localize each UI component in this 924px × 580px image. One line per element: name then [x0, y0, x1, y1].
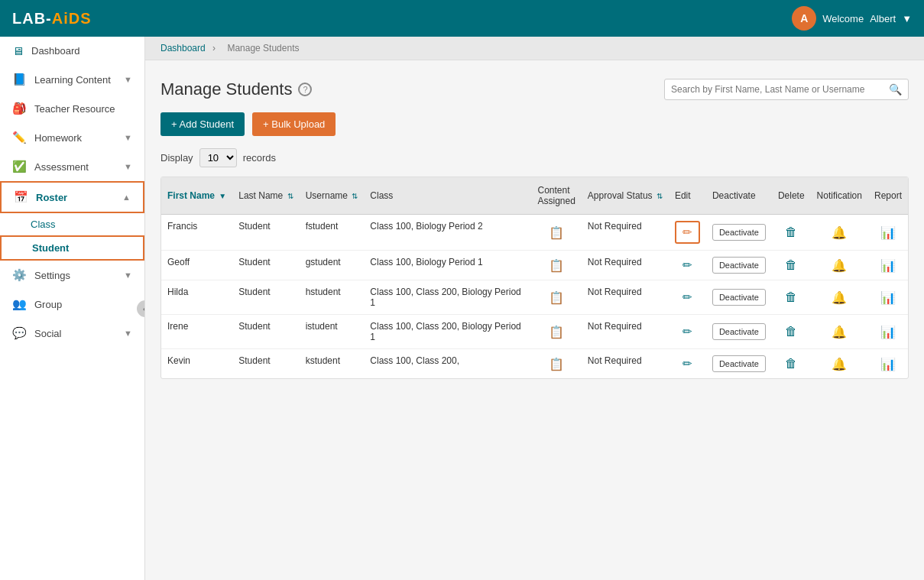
cell-delete: 🗑 [772, 215, 811, 251]
delete-icon[interactable]: 🗑 [785, 258, 797, 271]
cell-delete: 🗑 [772, 251, 811, 280]
cell-approval-status: Not Required [582, 215, 669, 251]
sidebar-label-group: Group [34, 299, 62, 310]
user-name: Albert [870, 13, 896, 24]
breadcrumb-dashboard[interactable]: Dashboard [160, 43, 206, 53]
sidebar-item-roster[interactable]: 📅 Roster ▲ [0, 181, 144, 213]
cell-first-name: Hilda [161, 280, 232, 315]
content-icon[interactable]: 📋 [549, 226, 564, 239]
help-icon[interactable]: ? [298, 83, 312, 96]
bulk-upload-button[interactable]: + Bulk Upload [252, 112, 336, 136]
breadcrumb: Dashboard › Manage Students [145, 37, 924, 60]
sidebar-item-group[interactable]: 👥 Group [0, 290, 144, 319]
edit-cell: ✏ [669, 280, 706, 315]
cell-first-name: Geoff [161, 251, 232, 280]
cell-username: hstudent [300, 280, 365, 315]
cell-last-name: Student [232, 251, 299, 280]
sidebar-item-class[interactable]: Class [0, 213, 144, 235]
cell-first-name: Kevin [161, 349, 232, 379]
add-student-button[interactable]: + Add Student [160, 112, 245, 136]
sidebar-item-social[interactable]: 💬 Social ▼ [0, 319, 144, 348]
sidebar-label-social: Social [34, 328, 61, 339]
cell-delete: 🗑 [772, 349, 811, 379]
delete-icon[interactable]: 🗑 [785, 290, 797, 303]
settings-icon: ⚙️ [12, 268, 27, 282]
user-menu[interactable]: A Welcome Albert ▼ [792, 6, 912, 31]
notification-icon[interactable]: 🔔 [832, 226, 847, 239]
sidebar-item-settings[interactable]: ⚙️ Settings ▼ [0, 261, 144, 290]
edit-button[interactable]: ✏ [682, 325, 692, 339]
cell-last-name: Student [232, 349, 299, 379]
page-title-text: Manage Students [160, 79, 292, 99]
search-input[interactable] [671, 79, 884, 99]
col-deactivate: Deactivate [706, 177, 772, 215]
report-icon[interactable]: 📊 [880, 326, 896, 339]
cell-delete: 🗑 [772, 315, 811, 349]
chevron-up-icon: ▲ [122, 193, 131, 202]
assessment-icon: ✅ [12, 160, 27, 173]
edit-button[interactable]: ✏ [682, 290, 692, 304]
deactivate-button[interactable]: Deactivate [712, 355, 766, 372]
report-icon[interactable]: 📊 [880, 358, 896, 371]
notification-icon[interactable]: 🔔 [832, 326, 847, 339]
roster-icon: 📅 [14, 190, 28, 204]
display-select[interactable]: 10 25 50 [199, 148, 237, 167]
delete-icon[interactable]: 🗑 [785, 357, 797, 370]
learning-content-icon: 📘 [12, 73, 27, 86]
sidebar-item-learning-content[interactable]: 📘 Learning Content ▼ [0, 65, 144, 94]
cell-class: Class 100, Biology Period 1 [364, 251, 531, 280]
cell-first-name: Francis [161, 215, 232, 251]
sidebar-label-teacher-resource: Teacher Resource [34, 103, 115, 115]
col-content-assigned: ContentAssigned [531, 177, 581, 215]
cell-delete: 🗑 [772, 280, 811, 315]
content-icon[interactable]: 📋 [549, 259, 564, 272]
app-logo: LAB-AiDS [12, 10, 92, 28]
edit-button[interactable]: ✏ [682, 258, 692, 272]
delete-icon[interactable]: 🗑 [785, 325, 797, 338]
teacher-resource-icon: 🎒 [12, 102, 27, 115]
col-first-name[interactable]: First Name ▼ [161, 177, 232, 215]
edit-button[interactable]: ✏ [675, 221, 700, 244]
deactivate-button[interactable]: Deactivate [712, 289, 766, 306]
search-icon[interactable]: 🔍 [889, 83, 902, 96]
delete-icon[interactable]: 🗑 [785, 225, 797, 238]
notification-icon[interactable]: 🔔 [832, 358, 847, 371]
cell-content-assigned: 📋 [531, 315, 581, 349]
sidebar-item-assessment[interactable]: ✅ Assessment ▼ [0, 152, 144, 181]
deactivate-button[interactable]: Deactivate [712, 224, 766, 241]
cell-content-assigned: 📋 [531, 251, 581, 280]
cell-username: gstudent [300, 251, 365, 280]
col-username[interactable]: Username ⇅ [300, 177, 365, 215]
deactivate-button[interactable]: Deactivate [712, 257, 766, 274]
content-icon[interactable]: 📋 [549, 291, 564, 304]
sidebar-label-learning-content: Learning Content [34, 74, 111, 86]
cell-report: 📊 [868, 349, 908, 379]
notification-icon[interactable]: 🔔 [832, 259, 847, 272]
search-box: 🔍 [664, 79, 909, 100]
content-icon[interactable]: 📋 [549, 358, 564, 371]
sidebar-item-student[interactable]: Student [0, 235, 144, 261]
social-icon: 💬 [12, 326, 27, 340]
cell-approval-status: Not Required [582, 251, 669, 280]
edit-button[interactable]: ✏ [682, 357, 692, 371]
content-icon[interactable]: 📋 [549, 326, 564, 339]
col-approval-status[interactable]: Approval Status ⇅ [582, 177, 669, 215]
cell-approval-status: Not Required [582, 349, 669, 379]
report-icon[interactable]: 📊 [880, 291, 896, 304]
chevron-icon: ▼ [124, 162, 132, 171]
notification-icon[interactable]: 🔔 [832, 291, 847, 304]
display-label: Display [160, 152, 193, 164]
cell-content-assigned: 📋 [531, 349, 581, 379]
records-label: records [243, 152, 276, 164]
report-icon[interactable]: 📊 [880, 259, 896, 272]
sidebar-item-homework[interactable]: ✏️ Homework ▼ [0, 123, 144, 152]
chevron-icon: ▼ [124, 271, 132, 280]
sidebar-label-class: Class [31, 219, 56, 230]
report-icon[interactable]: 📊 [880, 226, 896, 239]
col-last-name[interactable]: Last Name ⇅ [232, 177, 299, 215]
deactivate-button[interactable]: Deactivate [712, 323, 766, 340]
cell-approval-status: Not Required [582, 315, 669, 349]
cell-username: kstudent [300, 349, 365, 379]
sidebar-item-teacher-resource[interactable]: 🎒 Teacher Resource [0, 94, 144, 123]
sidebar-item-dashboard[interactable]: 🖥 Dashboard [0, 37, 144, 65]
